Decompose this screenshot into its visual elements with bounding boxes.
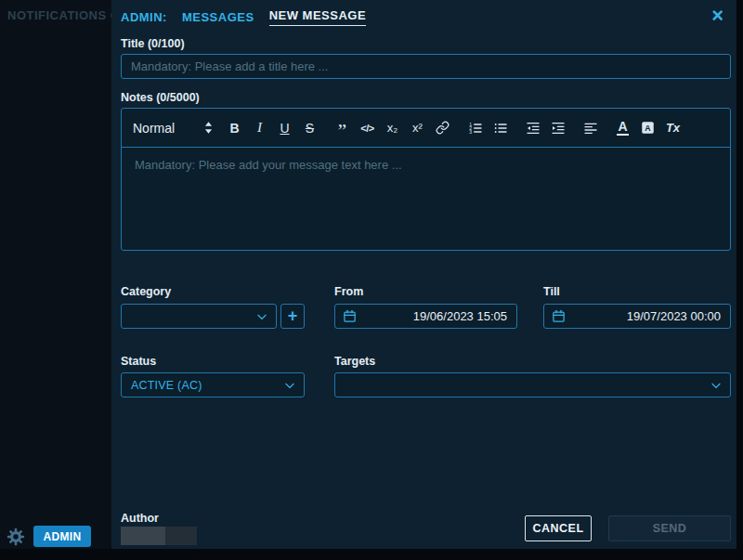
underline-button[interactable]: U	[274, 117, 295, 139]
targets-select[interactable]	[334, 372, 731, 397]
toolbar-group-style: Normal	[133, 117, 213, 139]
toolbar-group-lists: 1 2 3	[464, 117, 511, 139]
sidebar-section-title: NOTIFICATIONS O	[7, 8, 111, 22]
from-date-value: 19/06/2023 15:05	[413, 309, 507, 323]
till-date-input[interactable]: 19/07/2023 00:00	[543, 304, 731, 329]
clear-formatting-button[interactable]: Tx	[662, 117, 684, 139]
send-button[interactable]: SEND	[608, 515, 731, 541]
settings-gear-icon[interactable]	[6, 527, 26, 547]
indent-button[interactable]	[547, 117, 568, 139]
strikethrough-button[interactable]: S	[299, 117, 320, 139]
category-select[interactable]	[121, 304, 277, 329]
editor-toolbar: Normal B I U S ” </> x₂ x²	[122, 109, 730, 148]
calendar-icon	[552, 309, 566, 323]
ordered-list-icon: 1 2 3	[468, 121, 483, 136]
notes-input[interactable]: Mandatory: Please add your message text …	[122, 148, 730, 250]
link-button[interactable]	[432, 117, 453, 139]
subscript-button[interactable]: x₂	[382, 117, 403, 139]
updown-arrows-icon	[204, 122, 213, 134]
outdent-icon	[526, 121, 541, 136]
align-button[interactable]	[580, 117, 601, 139]
category-label: Category	[121, 285, 171, 298]
notes-label: Notes (0/5000)	[121, 91, 200, 104]
notes-editor: Normal B I U S ” </> x₂ x²	[121, 108, 731, 251]
svg-text:A: A	[645, 124, 651, 133]
bold-button[interactable]: B	[224, 117, 245, 139]
svg-text:3: 3	[469, 128, 472, 134]
superscript-button[interactable]: x²	[407, 117, 428, 139]
targets-label: Targets	[334, 355, 375, 368]
author-value-box	[121, 527, 197, 545]
admin-button[interactable]: ADMIN	[33, 526, 91, 547]
toolbar-group-insert: ” </> x₂ x²	[332, 117, 453, 139]
add-category-button[interactable]: +	[280, 304, 305, 329]
breadcrumb: ADMIN: MESSAGES NEW MESSAGE	[121, 0, 366, 33]
from-label: From	[334, 285, 363, 298]
title-input[interactable]	[121, 54, 731, 79]
from-date-input[interactable]: 19/06/2023 15:05	[334, 304, 517, 329]
till-date-value: 19/07/2023 00:00	[627, 309, 721, 323]
toolbar-group-align	[580, 117, 601, 139]
toolbar-group-basic: B I U S	[224, 117, 320, 139]
paragraph-style-select[interactable]: Normal	[133, 117, 213, 139]
author-label: Author	[121, 512, 159, 525]
status-select[interactable]: ACTIVE (AC)	[121, 372, 305, 397]
indent-icon	[551, 121, 566, 136]
till-label: Till	[543, 285, 560, 298]
status-label: Status	[121, 355, 156, 368]
toolbar-group-color: A A Tx	[612, 117, 684, 139]
new-message-panel: ADMIN: MESSAGES NEW MESSAGE × Title (0/1…	[111, 0, 736, 549]
close-icon[interactable]: ×	[711, 4, 723, 28]
paragraph-style-value: Normal	[133, 121, 175, 136]
link-icon	[436, 121, 450, 135]
sidebar: NOTIFICATIONS O ADMIN	[0, 0, 111, 549]
ordered-list-button[interactable]: 1 2 3	[464, 117, 486, 139]
cancel-button[interactable]: CANCEL	[525, 515, 592, 541]
outdent-button[interactable]	[522, 117, 543, 139]
toolbar-group-indent	[522, 117, 568, 139]
text-color-button[interactable]: A	[612, 117, 633, 139]
chevron-down-icon	[255, 310, 268, 323]
blockquote-button[interactable]: ”	[332, 117, 353, 139]
align-icon	[583, 121, 598, 136]
app-root: NOTIFICATIONS O ADMIN ADMIN: MESSAGES NE…	[0, 0, 743, 560]
background-color-icon: A	[641, 121, 655, 135]
title-label: Title (0/100)	[121, 37, 185, 50]
text-color-glyph: A	[617, 120, 628, 136]
tab-new-message[interactable]: NEW MESSAGE	[269, 8, 366, 26]
background-color-button[interactable]: A	[637, 117, 658, 139]
code-block-button[interactable]: </>	[357, 117, 378, 139]
chevron-down-icon	[710, 379, 723, 392]
chevron-down-icon	[283, 379, 296, 392]
calendar-icon	[343, 309, 357, 323]
status-value: ACTIVE (AC)	[131, 379, 202, 392]
bullet-list-icon	[493, 121, 508, 136]
bullet-list-button[interactable]	[489, 117, 511, 139]
breadcrumb-messages[interactable]: MESSAGES	[182, 10, 254, 24]
breadcrumb-admin[interactable]: ADMIN:	[121, 10, 167, 24]
italic-button[interactable]: I	[249, 117, 270, 139]
